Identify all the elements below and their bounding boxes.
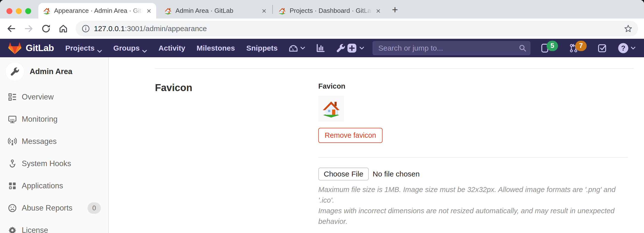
house-icon <box>321 99 341 118</box>
sidebar-header: Admin Area <box>0 62 108 81</box>
reload-icon[interactable] <box>41 24 51 33</box>
menu-projects[interactable]: Projects <box>65 44 102 52</box>
analytics-button[interactable] <box>316 43 326 53</box>
address-field[interactable]: 127.0.0.1 :3001/admin/appearance <box>76 21 638 36</box>
gitlab-navbar: GitLab Projects Groups Activity Mileston… <box>0 39 644 57</box>
gear-icon <box>8 226 17 233</box>
chevron-down-icon <box>142 46 147 50</box>
operations-dashboard-button[interactable] <box>288 43 305 53</box>
house-favicon-icon <box>164 7 172 15</box>
sidebar-title: Admin Area <box>30 67 72 76</box>
url-bar: 127.0.0.1 :3001/admin/appearance <box>0 18 644 39</box>
broadcast-icon <box>8 137 17 146</box>
file-chosen-status: No file chosen <box>373 170 420 178</box>
gauge-icon <box>288 43 298 53</box>
sidebar-list: Overview Monitoring Messages System Hook… <box>0 86 108 233</box>
menu-label: Snippets <box>246 44 278 52</box>
section-divider <box>155 68 634 69</box>
menu-groups[interactable]: Groups <box>114 44 147 52</box>
favicon-help-text: Maximum file size is 1MB. Image size mus… <box>318 184 628 227</box>
issues-count-badge: 5 <box>547 41 558 51</box>
tab-admin-area[interactable]: Admin Area · GitLab × <box>160 3 271 18</box>
sidebar-item-messages[interactable]: Messages <box>0 130 108 153</box>
hook-icon <box>8 159 17 168</box>
house-favicon-icon <box>278 7 286 15</box>
bookmark-star-icon[interactable] <box>624 24 633 33</box>
abuse-reports-count-badge: 0 <box>88 202 101 214</box>
sidebar-item-abuse-reports[interactable]: Abuse Reports 0 <box>0 197 108 219</box>
tab-strip: Appearance · Admin Area · GitL × Admin A… <box>0 0 644 18</box>
url-host: 127.0.0.1 <box>94 24 125 33</box>
issues-button[interactable]: 5 <box>540 43 558 53</box>
applications-icon <box>8 181 17 190</box>
sidebar-item-monitoring[interactable]: Monitoring <box>0 108 108 130</box>
search-input[interactable] <box>373 41 530 55</box>
tab-projects-dashboard[interactable]: Projects · Dashboard · GitLab × <box>274 3 386 18</box>
menu-label: Projects <box>65 44 94 52</box>
wrench-icon <box>10 67 20 76</box>
sidebar-item-applications[interactable]: Applications <box>0 175 108 197</box>
navbar-right-icons: 5 7 <box>540 43 636 53</box>
sidebar-item-label: Messages <box>22 137 56 146</box>
sidebar-item-label: Applications <box>22 181 63 190</box>
help-icon <box>618 43 629 53</box>
navbar-menu: Projects Groups Activity Milestones Snip… <box>65 44 278 52</box>
sidebar-item-label: License <box>22 226 48 233</box>
tab-appearance[interactable]: Appearance · Admin Area · GitL × <box>38 3 156 18</box>
favicon-field-label: Favicon <box>318 82 628 90</box>
main-content: Favicon Favicon Remove favicon Choose Fi… <box>109 57 644 233</box>
help-line-1: Maximum file size is 1MB. Image size mus… <box>318 184 628 206</box>
tab-separator <box>272 5 273 14</box>
sidebar-item-label: Monitoring <box>22 115 58 124</box>
plus-square-icon <box>347 43 357 53</box>
navbar-search <box>373 41 530 55</box>
traffic-lights <box>6 8 31 14</box>
close-tab-icon[interactable]: × <box>146 7 152 15</box>
close-tab-icon[interactable]: × <box>376 7 381 15</box>
form-divider <box>318 157 628 158</box>
sidebar-item-overview[interactable]: Overview <box>0 86 108 108</box>
forward-icon[interactable] <box>24 24 34 33</box>
gitlab-logo[interactable]: GitLab <box>8 42 54 54</box>
help-line-2: Images with incorrect dimensions are not… <box>318 206 628 227</box>
todos-button[interactable] <box>598 43 607 53</box>
tab-title: Projects · Dashboard · GitLab <box>290 7 372 14</box>
merge-requests-count-badge: 7 <box>575 41 587 51</box>
favicon-section-right: Favicon Remove favicon Choose File No fi… <box>318 82 628 227</box>
admin-area-button[interactable] <box>336 43 346 53</box>
new-tab-button[interactable]: + <box>392 5 398 15</box>
admin-sidebar: Admin Area Overview Monitoring Messages <box>0 57 109 233</box>
menu-snippets[interactable]: Snippets <box>246 44 278 52</box>
new-menu-button[interactable] <box>347 43 364 53</box>
back-icon[interactable] <box>6 24 16 33</box>
minimize-window-button[interactable] <box>16 8 22 14</box>
tab-title: Admin Area · GitLab <box>176 7 258 14</box>
zoom-window-button[interactable] <box>25 8 31 14</box>
help-menu-button[interactable] <box>618 43 636 53</box>
menu-activity[interactable]: Activity <box>158 44 185 52</box>
favicon-section: Favicon Favicon Remove favicon Choose Fi… <box>155 82 634 227</box>
monitor-icon <box>8 115 17 124</box>
home-icon[interactable] <box>58 24 68 33</box>
favicon-section-left: Favicon <box>155 82 318 227</box>
menu-milestones[interactable]: Milestones <box>197 44 235 52</box>
close-window-button[interactable] <box>6 8 12 14</box>
search-icon <box>519 44 526 52</box>
gitlab-logo-text: GitLab <box>26 43 54 53</box>
remove-favicon-button[interactable]: Remove favicon <box>318 128 382 143</box>
sidebar-item-system-hooks[interactable]: System Hooks <box>0 153 108 175</box>
sidebar-item-license[interactable]: License <box>0 219 108 233</box>
wrench-icon <box>336 43 346 53</box>
sidebar-item-label: Overview <box>22 93 54 101</box>
choose-file-button[interactable]: Choose File <box>318 168 369 180</box>
site-info-icon[interactable] <box>82 24 90 33</box>
merge-requests-button[interactable]: 7 <box>569 43 587 53</box>
chevron-down-icon <box>631 46 636 50</box>
workspace: Admin Area Overview Monitoring Messages <box>0 57 644 233</box>
close-tab-icon[interactable]: × <box>261 7 267 15</box>
house-favicon-icon <box>43 7 51 15</box>
menu-label: Milestones <box>197 44 235 52</box>
bar-chart-icon <box>316 43 326 53</box>
menu-label: Groups <box>114 44 140 52</box>
browser-window: Appearance · Admin Area · GitL × Admin A… <box>0 0 644 233</box>
